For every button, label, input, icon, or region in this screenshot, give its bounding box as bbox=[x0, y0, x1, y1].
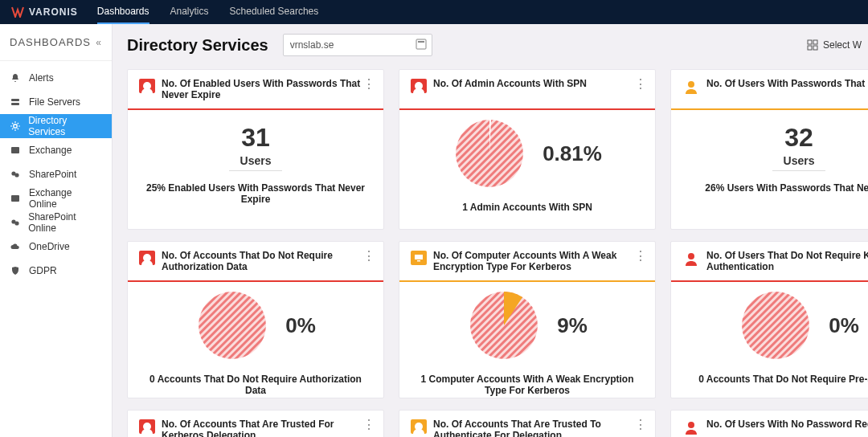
svg-rect-9 bbox=[416, 39, 426, 49]
svg-rect-1 bbox=[11, 103, 19, 105]
svg-rect-11 bbox=[808, 40, 812, 44]
sidebar-item-label: File Servers bbox=[29, 96, 80, 108]
card-menu-icon[interactable]: ⋮ bbox=[362, 248, 375, 263]
card-title: No. Of Users With No Password Requireme bbox=[706, 419, 868, 430]
sidebar-item-label: OneDrive bbox=[29, 241, 70, 252]
svg-rect-10 bbox=[418, 41, 424, 43]
bell-icon bbox=[10, 73, 21, 83]
select-widget-label: Select W bbox=[823, 39, 862, 51]
svg-rect-13 bbox=[808, 46, 812, 50]
brand-text: VARONIS bbox=[29, 6, 78, 18]
nav-links: Dashboards Analytics Scheduled Searches bbox=[97, 0, 319, 24]
pie-percent: 9% bbox=[557, 313, 588, 338]
page-header: Directory Services vrnslab.se Select W bbox=[127, 29, 868, 61]
svg-rect-6 bbox=[11, 195, 19, 202]
sharepoint-icon bbox=[10, 169, 21, 179]
card-caption: 26% Users With Passwords That Never E bbox=[682, 182, 868, 194]
nav-scheduled-searches[interactable]: Scheduled Searches bbox=[230, 0, 319, 24]
svg-rect-23 bbox=[417, 260, 420, 262]
sidebar-item-exchange-online[interactable]: Exchange Online bbox=[0, 186, 112, 210]
sharepoint-icon bbox=[10, 218, 20, 227]
server-icon bbox=[10, 97, 21, 107]
card-title: No. Of Admin Accounts With SPN bbox=[433, 78, 587, 89]
sidebar-item-sharepoint[interactable]: SharePoint bbox=[0, 162, 112, 186]
user-icon bbox=[682, 419, 700, 435]
sidebar-item-sharepoint-online[interactable]: SharePoint Online bbox=[0, 210, 112, 235]
sidebar-item-label: Exchange bbox=[29, 145, 72, 156]
card-admin-accounts-spn: No. Of Admin Accounts With SPN ⋮ 0.81% 1… bbox=[399, 69, 656, 230]
scope-selector[interactable]: vrnslab.se bbox=[283, 34, 432, 56]
scope-value: vrnslab.se bbox=[290, 39, 334, 51]
card-enabled-users-pwd-never-expire: No. Of Enabled Users With Passwords That… bbox=[127, 69, 384, 230]
svg-point-27 bbox=[688, 253, 694, 259]
card-menu-icon[interactable]: ⋮ bbox=[634, 417, 647, 432]
card-title: No. Of Enabled Users With Passwords That… bbox=[162, 78, 372, 101]
card-unit: Users bbox=[772, 154, 826, 171]
user-badge-icon bbox=[411, 419, 427, 434]
card-caption: 0 Accounts That Do Not Require Pre-authe… bbox=[682, 374, 868, 385]
cards-grid: No. Of Enabled Users With Passwords That… bbox=[127, 69, 868, 437]
card-weak-kerberos-encryption: No. Of Computer Accounts With A Weak Enc… bbox=[399, 241, 656, 398]
exchange-icon bbox=[10, 145, 21, 155]
pie-chart bbox=[452, 116, 526, 190]
card-accounts-no-auth-data: No. Of Accounts That Do Not Require Auth… bbox=[127, 241, 384, 398]
sidebar-item-alerts[interactable]: Alerts bbox=[0, 66, 112, 90]
sidebar-item-exchange[interactable]: Exchange bbox=[0, 138, 112, 162]
sidebar-item-label: Alerts bbox=[29, 72, 54, 84]
pie-chart bbox=[739, 288, 813, 362]
card-caption: 1 Computer Accounts With A Weak Encrypti… bbox=[411, 374, 644, 396]
user-badge-icon bbox=[139, 419, 155, 434]
sidebar-item-label: Exchange Online bbox=[29, 187, 102, 210]
pie-percent: 0.81% bbox=[542, 141, 602, 166]
card-caption: 1 Admin Accounts With SPN bbox=[411, 202, 644, 213]
sidebar-items: Alerts File Servers Directory Services E… bbox=[0, 61, 112, 283]
card-menu-icon[interactable]: ⋮ bbox=[362, 417, 375, 432]
sidebar: DASHBOARDS « Alerts File Servers Directo… bbox=[0, 24, 113, 437]
sidebar-item-onedrive[interactable]: OneDrive bbox=[0, 235, 112, 259]
svg-rect-14 bbox=[813, 46, 817, 50]
sidebar-heading-row: DASHBOARDS « bbox=[0, 24, 112, 61]
exchange-icon bbox=[10, 194, 21, 203]
card-title: No. Of Users With Passwords That Never E bbox=[706, 78, 868, 89]
card-users-pwd-never-expire: No. Of Users With Passwords That Never E… bbox=[670, 69, 868, 230]
scope-dropdown-icon bbox=[416, 39, 427, 52]
card-menu-icon[interactable]: ⋮ bbox=[634, 248, 647, 263]
sidebar-item-gdpr[interactable]: GDPR bbox=[0, 259, 112, 283]
select-widget-button[interactable]: Select W bbox=[807, 39, 862, 51]
sidebar-item-label: GDPR bbox=[29, 265, 57, 276]
nav-dashboards[interactable]: Dashboards bbox=[97, 0, 149, 24]
card-title: No. Of Accounts That Are Trusted To Auth… bbox=[433, 419, 644, 437]
svg-point-2 bbox=[13, 125, 16, 128]
cog-icon bbox=[10, 121, 20, 131]
sidebar-item-directory-services[interactable]: Directory Services bbox=[0, 114, 112, 138]
collapse-sidebar-icon[interactable]: « bbox=[96, 37, 102, 48]
card-caption: 25% Enabled Users With Passwords That Ne… bbox=[139, 182, 372, 205]
card-menu-icon[interactable]: ⋮ bbox=[362, 76, 375, 92]
user-icon bbox=[682, 250, 700, 266]
shield-icon bbox=[10, 266, 21, 276]
sidebar-item-label: SharePoint bbox=[29, 169, 76, 180]
nav-analytics[interactable]: Analytics bbox=[170, 0, 209, 24]
card-title: No. Of Users That Do Not Require Kerbero… bbox=[706, 250, 868, 273]
computer-badge-icon bbox=[411, 251, 427, 265]
pie-percent: 0% bbox=[285, 313, 316, 338]
top-nav: VARONIS Dashboards Analytics Scheduled S… bbox=[0, 0, 868, 24]
card-title: No. Of Accounts That Are Trusted For Ker… bbox=[162, 419, 372, 437]
pie-chart bbox=[195, 288, 269, 362]
card-title: No. Of Computer Accounts With A Weak Enc… bbox=[433, 250, 644, 273]
svg-point-8 bbox=[14, 221, 18, 225]
svg-point-21 bbox=[199, 292, 266, 359]
user-icon bbox=[682, 78, 700, 94]
card-title: No. Of Accounts That Do Not Require Auth… bbox=[162, 250, 372, 273]
svg-point-30 bbox=[742, 292, 809, 359]
user-badge-icon bbox=[139, 251, 155, 265]
svg-rect-22 bbox=[415, 255, 423, 259]
card-menu-icon[interactable]: ⋮ bbox=[634, 76, 647, 92]
card-trusted-auth-delegation: No. Of Accounts That Are Trusted To Auth… bbox=[399, 410, 656, 437]
sidebar-item-file-servers[interactable]: File Servers bbox=[0, 90, 112, 114]
cloud-icon bbox=[10, 242, 21, 251]
card-value: 31 bbox=[139, 123, 372, 153]
card-caption: 0 Accounts That Do Not Require Authoriza… bbox=[139, 374, 372, 396]
svg-rect-12 bbox=[813, 40, 817, 44]
card-value: 32 bbox=[682, 123, 868, 153]
